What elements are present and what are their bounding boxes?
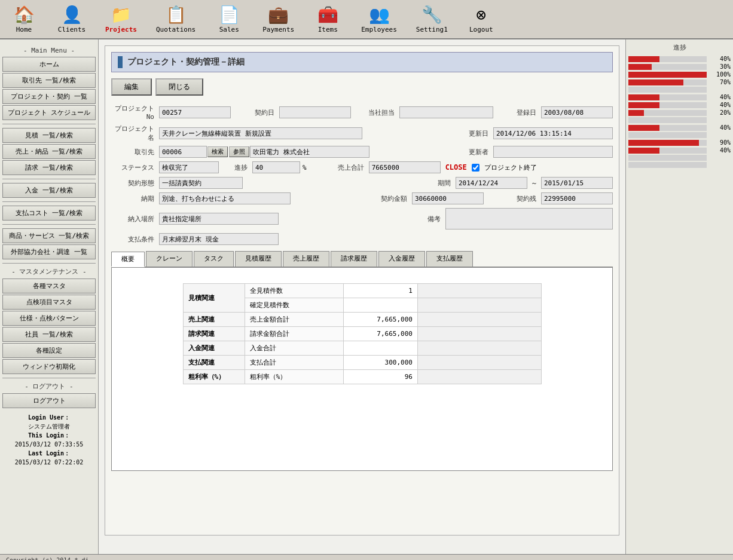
progress-bar-container [628, 72, 707, 78]
sidebar-btn-payments[interactable]: 入金 一覧/検索 [2, 183, 96, 198]
tab-task[interactable]: タスク [194, 251, 234, 267]
shinchoku-input[interactable] [252, 161, 300, 173]
sidebar-btn-clients[interactable]: 取引先 一覧/検索 [2, 73, 96, 88]
contract-date-input[interactable] [279, 106, 351, 118]
main-content: プロジェクト・契約管理－詳細 編集 閉じる プロジェクトNo 契約日 当社担当 [99, 39, 625, 554]
nav-quotations-label: Quotations [156, 26, 196, 33]
torihikisaki-ref-btn[interactable]: 参照 [229, 146, 249, 157]
label-uriage-sum: 売上金額合計 [245, 313, 343, 327]
kousin-sha-input[interactable] [493, 146, 613, 158]
sidebar-btn-inspection-items[interactable]: 点検項目マスタ [2, 295, 96, 310]
sidebar-btn-home[interactable]: ホーム [2, 57, 96, 72]
tab-shiharai-reki[interactable]: 支払履歴 [426, 251, 473, 267]
torihikisaki-cd-input[interactable] [159, 146, 207, 158]
progress-pct-label: 40% [709, 102, 731, 108]
sidebar-btn-costs[interactable]: 支払コスト 一覧/検索 [2, 206, 96, 221]
torihikisaki-search-btn[interactable]: 検索 [207, 146, 228, 157]
nav-home-label: Home [16, 26, 32, 33]
nav-clients[interactable]: 👤 Clients [48, 2, 96, 36]
keiyaku-kingaku-input[interactable] [412, 192, 484, 204]
label-all-estimates: 全見積件数 [245, 284, 343, 298]
tab-nyuukin-reki[interactable]: 入金履歴 [378, 251, 425, 267]
sidebar-btn-projects[interactable]: プロジェクト・契約 一覧 [2, 89, 96, 104]
progress-bar-fill [628, 64, 652, 70]
progress-pct-label: 40% [709, 56, 731, 62]
sales-icon: 📄 [219, 5, 240, 25]
progress-row: 40% [628, 102, 731, 108]
sidebar-btn-logout[interactable]: ログアウト [2, 393, 96, 408]
kousin-input[interactable] [493, 127, 613, 139]
progress-bar-fill [628, 125, 659, 131]
nav-projects[interactable]: 📁 Projects [96, 2, 146, 36]
nounyuu-input[interactable] [159, 213, 279, 225]
bikou-input[interactable] [445, 208, 613, 229]
progress-bar-container [628, 94, 707, 100]
status-label: ステータス [111, 163, 159, 172]
progress-pct-label: 40% [709, 124, 731, 131]
project-name-label: プロジェクト名 [111, 124, 159, 142]
form-section: プロジェクトNo 契約日 当社担当 登録日 プロジェクト名 [111, 104, 613, 245]
sidebar-btn-schedule[interactable]: プロジェクト スケジュール [2, 105, 96, 120]
sidebar-btn-estimates[interactable]: 見積 一覧/検索 [2, 128, 96, 143]
progress-pct-label: 90% [709, 139, 731, 146]
this-login-value: 2015/03/12 07:33:55 [15, 441, 83, 448]
keiyaku-keitai-input[interactable] [159, 177, 243, 189]
status-input[interactable] [159, 161, 219, 173]
progress-pct-label: 100% [709, 71, 731, 78]
touroku-input[interactable] [541, 106, 613, 118]
form-row-6: 納期 契約金額 契約残 [111, 192, 613, 204]
kikan-from-input[interactable] [456, 177, 527, 189]
tab-gaiyou[interactable]: 概要 [111, 252, 145, 267]
sidebar-btn-settings[interactable]: 各種設定 [2, 343, 96, 358]
kousin-label: 更新日 [445, 129, 493, 138]
form-row-1: プロジェクトNo 契約日 当社担当 登録日 [111, 104, 613, 121]
nouhin-input[interactable] [159, 192, 291, 204]
value-confirmed-estimates [344, 298, 418, 313]
label-shiharai-sum: 支払合計 [245, 356, 343, 370]
close-checkbox[interactable] [472, 164, 479, 172]
nav-employees-label: Employees [361, 26, 397, 33]
progress-row [628, 87, 731, 93]
nav-projects-label: Projects [105, 26, 137, 33]
sidebar-btn-invoices[interactable]: 請求 一覧/検索 [2, 160, 96, 175]
tantou-input[interactable] [399, 106, 493, 118]
nav-payments[interactable]: 💼 Payments [253, 2, 304, 36]
tab-uriage-reki[interactable]: 売上履歴 [283, 251, 329, 267]
nav-logout[interactable]: ⊗ Logout [457, 2, 505, 36]
progress-row: 90% [628, 139, 731, 146]
cat-mitsumore: 見積関連 [183, 284, 245, 313]
torihikisaki-name-input[interactable] [250, 146, 369, 158]
close-button[interactable]: 閉じる [155, 78, 203, 96]
progress-row: 40% [628, 56, 731, 62]
nav-clients-label: Clients [58, 26, 85, 33]
kikan-to-input[interactable] [541, 177, 613, 189]
tab-mitsumore-reki[interactable]: 見積履歴 [235, 251, 282, 267]
top-navigation: 🏠 Home 👤 Clients 📁 Projects 📋 Quotations… [0, 0, 733, 39]
nav-items[interactable]: 🧰 Items [304, 2, 352, 36]
nav-home[interactable]: 🏠 Home [0, 2, 48, 36]
sidebar-btn-partners[interactable]: 外部協力会社・調達 一覧 [2, 244, 96, 259]
cat-seikyuu: 請求関連 [183, 327, 245, 341]
sidebar-btn-spec-patterns[interactable]: 仕様・点検パターン [2, 311, 96, 326]
sidebar-btn-sales[interactable]: 売上・納品 一覧/検索 [2, 144, 96, 159]
project-name-input[interactable] [159, 127, 362, 139]
edit-button[interactable]: 編集 [111, 78, 152, 96]
sidebar-btn-window-init[interactable]: ウィンドウ初期化 [2, 359, 96, 374]
keiyaku-zan-input[interactable] [541, 192, 613, 204]
progress-bars: 40%30%100%70%40%40%20%40%90%40% [628, 56, 731, 168]
tab-seikyuu-reki[interactable]: 請求履歴 [331, 251, 377, 267]
tab-crane[interactable]: クレーン [146, 251, 193, 267]
nav-employees[interactable]: 👥 Employees [352, 2, 407, 36]
sidebar-btn-masters[interactable]: 各種マスタ [2, 279, 96, 293]
sidebar-btn-products[interactable]: 商品・サービス 一覧/検索 [2, 228, 96, 243]
form-row-5: 契約形態 期間 ～ [111, 177, 613, 189]
progress-bar-container [628, 125, 707, 131]
nav-quotations[interactable]: 📋 Quotations [146, 2, 205, 36]
project-no-input[interactable] [159, 106, 231, 118]
uriage-input[interactable] [369, 161, 441, 173]
sidebar-btn-employees[interactable]: 社員 一覧/検索 [2, 327, 96, 342]
shiharai-input[interactable] [159, 233, 279, 245]
nav-sales[interactable]: 📄 Sales [205, 2, 253, 36]
nav-setting1[interactable]: 🔧 Setting1 [407, 2, 457, 36]
employees-icon: 👥 [369, 5, 390, 25]
